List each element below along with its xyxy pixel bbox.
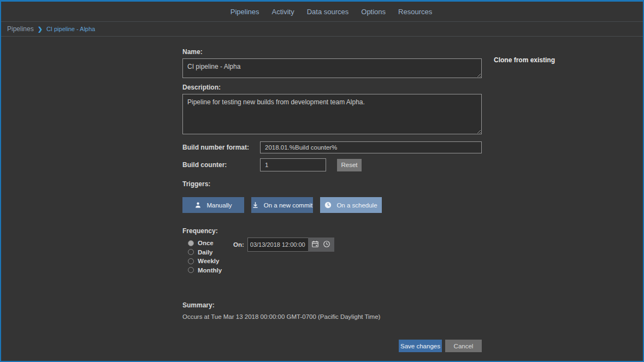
nav-item-activity[interactable]: Activity xyxy=(272,8,294,16)
breadcrumb-pipelines-link[interactable]: Pipelines xyxy=(7,25,34,33)
trigger-buttons: Manually On a new commit On a schedule xyxy=(182,197,482,213)
commit-icon xyxy=(252,201,259,209)
trigger-manually-label: Manually xyxy=(206,202,232,209)
radio-daily-dot[interactable] xyxy=(188,249,194,255)
calendar-picker-button[interactable] xyxy=(311,240,319,250)
build-counter-row: Build counter: Reset xyxy=(182,158,482,171)
trigger-on-new-commit-label: On a new commit xyxy=(264,202,312,209)
cancel-button[interactable]: Cancel xyxy=(445,340,482,352)
reset-button[interactable]: Reset xyxy=(337,159,362,171)
on-datetime-row: On: xyxy=(233,238,334,252)
nav-item-options[interactable]: Options xyxy=(361,8,386,16)
clock-small-icon xyxy=(323,240,330,250)
app-window: Pipelines Activity Data sources Options … xyxy=(0,0,644,362)
radio-once-dot[interactable] xyxy=(188,240,194,246)
name-label: Name: xyxy=(182,48,482,56)
on-label: On: xyxy=(233,241,244,248)
frequency-area: Once Daily Weekly Monthly On: xyxy=(182,239,482,275)
breadcrumb-current-page: CI pipeline - Alpha xyxy=(46,26,95,32)
save-changes-button[interactable]: Save changes xyxy=(399,340,442,352)
radio-weekly-label: Weekly xyxy=(198,258,219,264)
trigger-on-schedule-button[interactable]: On a schedule xyxy=(320,197,382,213)
name-input[interactable]: CI pipeline - Alpha xyxy=(182,58,482,78)
pipeline-settings-form: Name: CI pipeline - Alpha Description: P… xyxy=(182,48,482,352)
radio-daily-label: Daily xyxy=(198,249,213,256)
datetime-picker-buttons xyxy=(308,238,334,252)
summary-label: Summary: xyxy=(182,301,482,309)
build-counter-label: Build counter: xyxy=(182,161,260,169)
frequency-label: Frequency: xyxy=(182,227,482,235)
radio-monthly-dot[interactable] xyxy=(188,267,194,273)
frequency-radio-group: Once Daily Weekly Monthly xyxy=(188,239,233,275)
radio-once-label: Once xyxy=(198,240,214,246)
time-picker-button[interactable] xyxy=(323,240,330,250)
radio-weekly-dot[interactable] xyxy=(188,258,194,264)
chevron-right-icon: ❯ xyxy=(38,26,43,33)
datetime-input[interactable] xyxy=(247,238,308,252)
breadcrumb: Pipelines ❯ CI pipeline - Alpha xyxy=(1,22,643,37)
trigger-on-new-commit-button[interactable]: On a new commit xyxy=(251,197,313,213)
radio-daily[interactable]: Daily xyxy=(188,248,233,257)
triggers-label: Triggers: xyxy=(182,180,482,188)
calendar-icon xyxy=(311,240,319,250)
build-counter-input[interactable] xyxy=(260,158,326,171)
summary-text: Occurs at Tue Mar 13 2018 00:00:00 GMT-0… xyxy=(182,313,482,320)
datetime-picker xyxy=(247,238,334,252)
radio-once[interactable]: Once xyxy=(188,239,233,248)
clock-icon xyxy=(324,201,332,209)
build-number-format-label: Build number format: xyxy=(182,144,260,151)
description-input[interactable]: Pipeline for testing new builds from dev… xyxy=(182,94,482,134)
trigger-on-schedule-label: On a schedule xyxy=(336,202,377,209)
person-icon xyxy=(194,201,202,209)
nav-item-pipelines[interactable]: Pipelines xyxy=(231,8,259,16)
nav-item-data-sources[interactable]: Data sources xyxy=(307,8,349,16)
build-number-format-input[interactable] xyxy=(260,141,482,153)
form-actions: Save changes Cancel xyxy=(182,340,482,352)
trigger-manually-button[interactable]: Manually xyxy=(182,197,244,213)
radio-monthly[interactable]: Monthly xyxy=(188,266,233,275)
radio-weekly[interactable]: Weekly xyxy=(188,257,233,266)
clone-from-existing-link[interactable]: Clone from existing xyxy=(494,56,555,64)
description-label: Description: xyxy=(182,84,482,91)
top-navigation: Pipelines Activity Data sources Options … xyxy=(1,2,643,22)
radio-monthly-label: Monthly xyxy=(198,267,222,274)
nav-item-resources[interactable]: Resources xyxy=(398,8,432,16)
build-number-format-row: Build number format: xyxy=(182,141,482,153)
